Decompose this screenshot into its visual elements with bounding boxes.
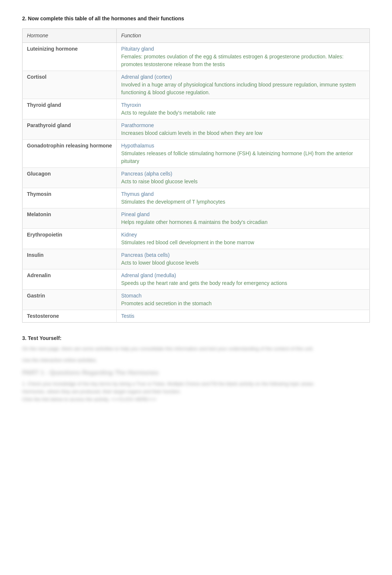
section3-heading: 3. Test Yourself: [22, 334, 370, 342]
hormone-name-cell: Parathyroid gland [23, 119, 117, 140]
page-container: 2. Now complete this table of all the ho… [22, 15, 370, 403]
function-cell: Adrenal gland (medulla)Speeds up the hea… [117, 269, 370, 290]
hormone-name-cell: Gastrin [23, 290, 117, 310]
table-row: Thyroid glandThyroxinActs to regulate th… [23, 99, 370, 119]
col-function-header: Function [117, 29, 370, 43]
function-cell: HypothalamusStimulates releases of folli… [117, 140, 370, 168]
hormones-table: Hormone Function Luteinizing hormonePitu… [22, 28, 370, 323]
section3: 3. Test Yourself: On the next page, ther… [22, 334, 370, 403]
function-cell: Adrenal gland (cortex)Involved in a huge… [117, 71, 370, 99]
table-row: Parathyroid glandParathormoneIncreases b… [23, 119, 370, 140]
function-cell: KidneyStimulates red blood cell developm… [117, 229, 370, 249]
hormone-name-cell: Melatonin [23, 208, 117, 229]
function-cell: Pituitary glandFemales: promotes ovulati… [117, 43, 370, 71]
hormone-name-cell: Adrenalin [23, 269, 117, 290]
blurred-intro: On the next page, there are some activit… [22, 345, 370, 353]
hormone-name-cell: Thyroid gland [23, 99, 117, 119]
function-cell: Pancreas (alpha cells)Acts to raise bloo… [117, 168, 370, 188]
function-cell: Thymus glandStimulates the development o… [117, 188, 370, 208]
table-row: CortisolAdrenal gland (cortex)Involved i… [23, 71, 370, 99]
hormone-name-cell: Insulin [23, 249, 117, 269]
function-cell: StomachPromotes acid secretion in the st… [117, 290, 370, 310]
table-row: GastrinStomachPromotes acid secretion in… [23, 290, 370, 310]
function-cell: ThyroxinActs to regulate the body's meta… [117, 99, 370, 119]
table-row: ErythropoietinKidneyStimulates red blood… [23, 229, 370, 249]
section2: 2. Now complete this table of all the ho… [22, 15, 370, 323]
blurred-part1: PART 1 - Questions Regarding The Hormone… [22, 368, 370, 404]
blurred-activity-link: Use the interactive online activities. [22, 357, 370, 364]
hormone-name-cell: Testosterone [23, 310, 117, 323]
function-cell: Pineal glandHelps regulate other hormone… [117, 208, 370, 229]
function-cell: Testis [117, 310, 370, 323]
table-row: Gonadotrophin releasing hormoneHypothala… [23, 140, 370, 168]
table-row: AdrenalinAdrenal gland (medulla)Speeds u… [23, 269, 370, 290]
hormone-name-cell: Glucagon [23, 168, 117, 188]
section2-heading: 2. Now complete this table of all the ho… [22, 15, 370, 23]
function-cell: ParathormoneIncreases blood calcium leve… [117, 119, 370, 140]
hormone-name-cell: Luteinizing hormone [23, 43, 117, 71]
table-row: ThymosinThymus glandStimulates the devel… [23, 188, 370, 208]
col-hormone-header: Hormone [23, 29, 117, 43]
table-row: MelatoninPineal glandHelps regulate othe… [23, 208, 370, 229]
table-row: InsulinPancreas (beta cells)Acts to lowe… [23, 249, 370, 269]
hormone-name-cell: Thymosin [23, 188, 117, 208]
hormone-name-cell: Gonadotrophin releasing hormone [23, 140, 117, 168]
table-header-row: Hormone Function [23, 29, 370, 43]
hormone-name-cell: Cortisol [23, 71, 117, 99]
table-row: Luteinizing hormonePituitary glandFemale… [23, 43, 370, 71]
function-cell: Pancreas (beta cells)Acts to lower blood… [117, 249, 370, 269]
hormone-name-cell: Erythropoietin [23, 229, 117, 249]
table-row: TestosteroneTestis [23, 310, 370, 323]
table-row: GlucagonPancreas (alpha cells)Acts to ra… [23, 168, 370, 188]
